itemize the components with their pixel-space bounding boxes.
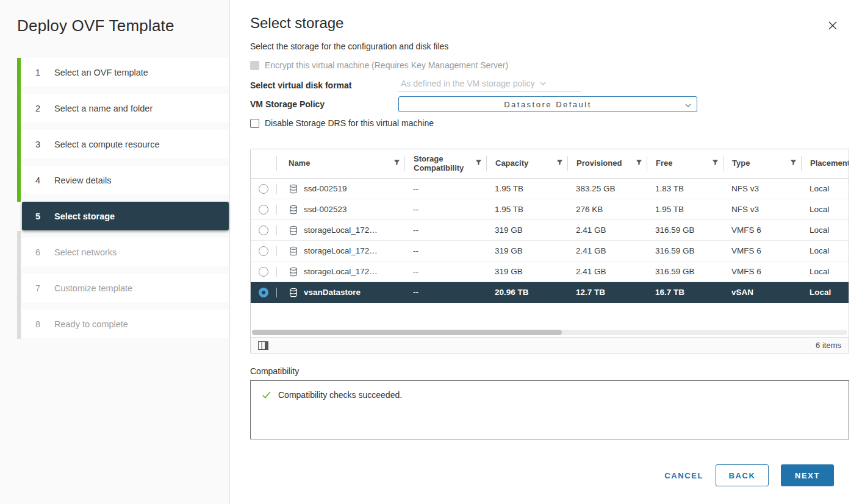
wizard-step-2[interactable]: 2 Select a name and folder: [22, 94, 229, 122]
cell-placement: Local: [801, 267, 849, 276]
progress-bar-completed: [17, 58, 21, 202]
cell-provisioned: 2.41 GB: [567, 246, 647, 255]
datastore-radio[interactable]: [259, 246, 268, 256]
filter-icon[interactable]: [636, 159, 642, 168]
compatibility-message: Compatibility checks succeeded.: [278, 390, 402, 400]
scrollbar-track[interactable]: [252, 330, 847, 335]
datastore-icon: [289, 288, 298, 297]
cell-capacity: 319 GB: [486, 225, 567, 235]
datastore-name: storageLocal_172…: [304, 225, 378, 235]
datastore-radio-selected[interactable]: [259, 288, 268, 297]
disable-drs-row: Disable Storage DRS for this virtual mac…: [250, 118, 849, 128]
datastore-radio[interactable]: [259, 267, 268, 277]
column-header-capacity[interactable]: Capacity: [487, 149, 568, 178]
wizard-step-7: 7 Customize template: [22, 274, 229, 302]
disable-drs-label: Disable Storage DRS for this virtual mac…: [265, 118, 434, 128]
cell-free: 316.59 GB: [647, 246, 723, 255]
cancel-button[interactable]: CANCEL: [664, 471, 703, 480]
cell-storage-compatibility: --: [404, 267, 486, 276]
column-header-name[interactable]: Name: [277, 149, 405, 178]
column-header-provisioned[interactable]: Provisioned: [568, 149, 647, 178]
step-number: 6: [35, 247, 46, 257]
step-number: 3: [35, 140, 46, 149]
column-picker-icon[interactable]: [258, 341, 268, 350]
filter-icon[interactable]: [475, 159, 482, 168]
cell-type: VMFS 6: [723, 225, 801, 235]
table-row-selected[interactable]: vsanDatastore -- 20.96 TB 12.7 TB 16.7 T…: [251, 282, 849, 303]
chevron-down-icon: [684, 101, 692, 112]
wizard-sidebar: Deploy OVF Template 1 Select an OVF temp…: [0, 0, 230, 504]
step-number: 2: [35, 104, 46, 113]
table-row[interactable]: ssd-002519 -- 1.95 TB 383.25 GB 1.83 TB …: [251, 179, 849, 199]
column-header-placement[interactable]: Placement: [802, 149, 849, 178]
datastore-icon: [289, 267, 298, 277]
datastore-name: storageLocal_172…: [304, 246, 378, 255]
step-label: Customize template: [54, 283, 132, 293]
step-number: 1: [35, 68, 46, 77]
cell-provisioned: 276 KB: [567, 205, 647, 214]
cell-free: 316.59 GB: [647, 267, 723, 276]
table-row[interactable]: storageLocal_172… -- 319 GB 2.41 GB 316.…: [251, 241, 849, 261]
cell-provisioned: 2.41 GB: [567, 225, 647, 235]
cell-storage-compatibility: --: [404, 225, 486, 235]
wizard-step-8: 8 Ready to complete: [22, 310, 229, 338]
cell-placement: Local: [801, 246, 849, 255]
horizontal-scrollbar[interactable]: [251, 328, 849, 337]
filter-icon[interactable]: [712, 159, 719, 168]
datastore-radio[interactable]: [259, 225, 268, 235]
filter-icon[interactable]: [790, 159, 797, 168]
page-subtitle: Select the storage for the configuration…: [250, 41, 849, 51]
filter-icon[interactable]: [393, 159, 400, 168]
table-row[interactable]: storageLocal_172… -- 319 GB 2.41 GB 316.…: [251, 220, 849, 241]
cell-type: NFS v3: [723, 184, 801, 193]
selection-column-header: [251, 149, 277, 178]
disable-drs-checkbox[interactable]: [250, 119, 259, 128]
cell-type: VMFS 6: [723, 267, 801, 276]
step-number: 7: [35, 283, 46, 293]
table-header: Name Storage Compatibility Capacity: [251, 149, 849, 179]
datastore-icon: [289, 205, 298, 215]
cell-free: 1.83 TB: [647, 184, 723, 193]
column-header-type[interactable]: Type: [724, 149, 802, 178]
deploy-ovf-dialog: Deploy OVF Template 1 Select an OVF temp…: [0, 0, 851, 504]
wizard-step-1[interactable]: 1 Select an OVF template: [22, 58, 229, 87]
page-title: Select storage: [250, 15, 849, 32]
cell-provisioned: 12.7 TB: [567, 288, 647, 297]
datastore-radio[interactable]: [259, 184, 268, 194]
cell-storage-compatibility: --: [404, 184, 486, 193]
cell-capacity: 1.95 TB: [486, 184, 567, 193]
cell-capacity: 1.95 TB: [486, 205, 567, 214]
storage-policy-select[interactable]: Datastore Default: [398, 96, 697, 112]
column-header-storage-compatibility[interactable]: Storage Compatibility: [405, 149, 487, 178]
cell-free: 316.59 GB: [647, 225, 723, 235]
datastore-radio[interactable]: [259, 205, 268, 215]
cell-type: VMFS 6: [723, 246, 801, 255]
wizard-actions: CANCEL BACK NEXT: [250, 464, 849, 486]
cell-type: vSAN: [723, 288, 801, 297]
disk-format-value: As defined in the VM storage policy: [401, 79, 534, 88]
disk-format-select: As defined in the VM storage policy: [398, 78, 581, 92]
storage-policy-value: Datastore Default: [399, 100, 697, 109]
wizard-step-6: 6 Select networks: [22, 238, 229, 266]
cell-storage-compatibility: --: [404, 246, 486, 255]
close-icon[interactable]: [827, 20, 838, 31]
step-label: Select storage: [54, 211, 115, 221]
step-label: Select a name and folder: [54, 104, 153, 113]
column-header-free[interactable]: Free: [647, 149, 724, 178]
wizard-step-5-active[interactable]: 5 Select storage: [22, 202, 229, 230]
storage-policy-label: VM Storage Policy: [250, 99, 398, 109]
encrypt-vm-checkbox: [250, 61, 259, 70]
success-check-icon: [261, 389, 272, 400]
cell-provisioned: 383.25 GB: [567, 184, 647, 193]
next-button[interactable]: NEXT: [781, 464, 834, 486]
table-row[interactable]: ssd-002523 -- 1.95 TB 276 KB 1.95 TB NFS…: [251, 199, 849, 220]
datastore-icon: [289, 225, 298, 235]
scrollbar-thumb[interactable]: [252, 330, 562, 335]
table-row[interactable]: storageLocal_172… -- 319 GB 2.41 GB 316.…: [251, 261, 849, 282]
wizard-step-4[interactable]: 4 Review details: [22, 166, 229, 194]
filter-icon[interactable]: [556, 159, 563, 168]
wizard-step-3[interactable]: 3 Select a compute resource: [22, 130, 229, 158]
cell-placement: Local: [801, 184, 849, 193]
back-button[interactable]: BACK: [716, 464, 769, 486]
cell-storage-compatibility: --: [404, 205, 486, 214]
